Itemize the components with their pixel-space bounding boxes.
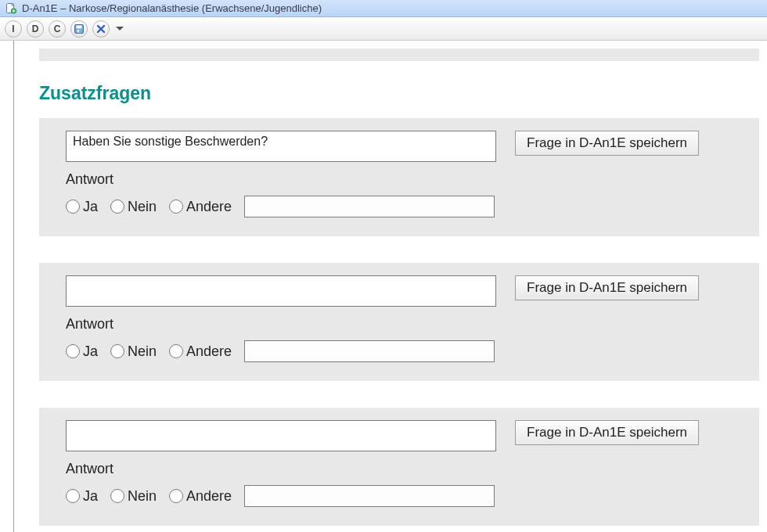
question-block: Frage in D-An1E speichern Antwort Ja Nei…	[39, 118, 759, 236]
previous-section-stub	[39, 49, 759, 61]
answer-other-label: Andere	[186, 488, 232, 505]
answer-no-radio[interactable]	[110, 200, 124, 214]
answer-row: Ja Nein Andere	[66, 340, 747, 362]
answer-no-option[interactable]: Nein	[110, 199, 157, 215]
toolbar-delete-button[interactable]	[92, 20, 110, 38]
toolbar-save-button[interactable]	[70, 20, 88, 38]
answer-row: Ja Nein Andere	[66, 485, 747, 507]
answer-other-label: Andere	[186, 343, 232, 360]
svg-rect-5	[80, 30, 81, 32]
answer-no-label: Nein	[128, 343, 157, 360]
section-heading: Zusatzfragen	[39, 83, 759, 104]
save-question-button[interactable]: Frage in D-An1E speichern	[515, 420, 699, 445]
answer-other-option[interactable]: Andere	[169, 343, 232, 360]
answer-no-radio[interactable]	[110, 344, 124, 358]
answer-label: Antwort	[66, 171, 747, 188]
answer-yes-radio[interactable]	[66, 200, 80, 214]
answer-other-label: Andere	[186, 199, 232, 215]
answer-label: Antwort	[66, 461, 747, 477]
question-text-input[interactable]	[66, 275, 496, 307]
answer-other-input[interactable]	[244, 485, 495, 507]
page-content: Zusatzfragen Frage in D-An1E speichern A…	[16, 41, 767, 532]
answer-no-label: Nein	[128, 488, 157, 505]
answer-yes-label: Ja	[83, 199, 98, 215]
answer-other-radio[interactable]	[169, 344, 183, 358]
answer-other-radio[interactable]	[169, 200, 183, 214]
answer-other-input[interactable]	[244, 340, 495, 362]
answer-other-option[interactable]: Andere	[169, 199, 232, 215]
answer-row: Ja Nein Andere	[66, 196, 747, 217]
answer-yes-option[interactable]: Ja	[66, 343, 98, 360]
toolbar-info-button[interactable]: I	[5, 20, 22, 38]
toolbar-d-button[interactable]: D	[27, 20, 44, 38]
answer-yes-label: Ja	[83, 343, 98, 360]
document-icon	[5, 2, 17, 15]
answer-no-option[interactable]: Nein	[110, 488, 157, 505]
save-question-button[interactable]: Frage in D-An1E speichern	[515, 275, 699, 300]
save-question-button[interactable]: Frage in D-An1E speichern	[515, 131, 699, 156]
window-title: D-An1E – Narkose/Regionalanästhesie (Erw…	[22, 2, 322, 14]
question-block: Frage in D-An1E speichern Antwort Ja Nei…	[39, 408, 759, 526]
answer-other-option[interactable]: Andere	[169, 488, 232, 505]
answer-other-input[interactable]	[244, 196, 495, 217]
toolbar: I D C	[0, 17, 767, 41]
question-text-input[interactable]	[66, 420, 496, 451]
window-titlebar: D-An1E – Narkose/Regionalanästhesie (Erw…	[0, 0, 767, 17]
page-left-margin	[0, 41, 16, 532]
answer-yes-option[interactable]: Ja	[66, 199, 98, 215]
answer-no-option[interactable]: Nein	[110, 343, 157, 360]
answer-yes-radio[interactable]	[66, 344, 80, 358]
answer-yes-option[interactable]: Ja	[66, 488, 98, 505]
toolbar-more-dropdown[interactable]	[114, 20, 125, 38]
answer-label: Antwort	[66, 316, 747, 332]
answer-yes-radio[interactable]	[66, 489, 80, 503]
answer-no-label: Nein	[128, 199, 157, 215]
answer-no-radio[interactable]	[110, 489, 124, 503]
question-text-input[interactable]	[66, 131, 496, 162]
answer-yes-label: Ja	[83, 488, 98, 505]
answer-other-radio[interactable]	[169, 489, 183, 503]
question-block: Frage in D-An1E speichern Antwort Ja Nei…	[39, 263, 759, 381]
toolbar-c-button[interactable]: C	[49, 20, 66, 38]
svg-rect-3	[77, 25, 82, 28]
